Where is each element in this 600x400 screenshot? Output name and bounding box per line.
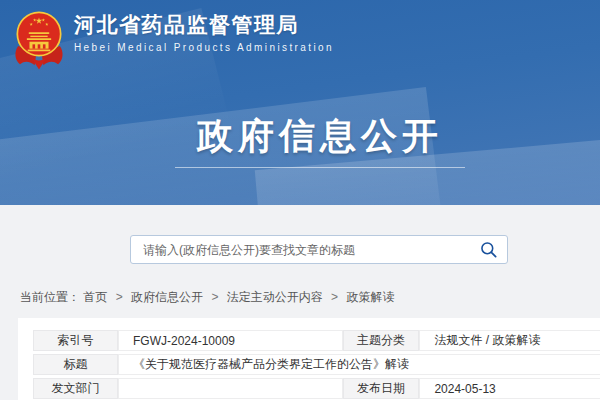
category-label: 主题分类 <box>343 330 420 351</box>
index-number-label: 索引号 <box>33 330 118 351</box>
breadcrumb-policy-interpretation[interactable]: 政策解读 <box>346 290 394 304</box>
site-title: 河北省药品监督管理局 <box>74 12 334 38</box>
hero-banner: 河北省药品监督管理局 Hebei Medical Products Admini… <box>0 0 600 205</box>
search-input[interactable] <box>131 236 469 263</box>
breadcrumb-separator: > <box>211 290 218 304</box>
department-value <box>118 378 343 399</box>
document-info-card: 索引号 FGWJ-2024-10009 主题分类 法规文件 / 政策解读 标题 … <box>18 318 600 400</box>
title-value: 《关于规范医疗器械产品分类界定工作的公告》解读 <box>118 354 600 375</box>
site-title-block: 河北省药品监督管理局 Hebei Medical Products Admini… <box>74 7 334 73</box>
title-underline <box>175 167 465 168</box>
breadcrumb-home[interactable]: 首页 <box>83 290 107 304</box>
breadcrumb-statutory-content[interactable]: 法定主动公开内容 <box>227 290 323 304</box>
site-title-english: Hebei Medical Products Administration <box>74 42 334 53</box>
page: 河北省药品监督管理局 Hebei Medical Products Admini… <box>0 0 600 400</box>
breadcrumb-info-disclosure[interactable]: 政府信息公开 <box>131 290 203 304</box>
breadcrumb-separator: > <box>116 290 123 304</box>
title-label: 标题 <box>33 354 118 375</box>
search-icon <box>479 240 498 259</box>
breadcrumb-label: 当前位置： <box>20 290 80 304</box>
document-info-table: 索引号 FGWJ-2024-10009 主题分类 法规文件 / 政策解读 标题 … <box>33 327 600 400</box>
table-row: 索引号 FGWJ-2024-10009 主题分类 法规文件 / 政策解读 <box>33 330 600 351</box>
index-number-value: FGWJ-2024-10009 <box>118 330 343 351</box>
publish-date-value: 2024-05-13 <box>419 378 600 399</box>
category-value: 法规文件 / 政策解读 <box>419 330 600 351</box>
breadcrumb: 当前位置： 首页 > 政府信息公开 > 法定主动公开内容 > 政策解读 <box>20 289 394 306</box>
search-box <box>130 235 508 264</box>
breadcrumb-separator: > <box>331 290 338 304</box>
table-row: 标题 《关于规范医疗器械产品分类界定工作的公告》解读 <box>33 354 600 375</box>
site-brand[interactable]: 河北省药品监督管理局 Hebei Medical Products Admini… <box>13 7 334 73</box>
page-title: 政府信息公开 <box>197 112 443 161</box>
department-label: 发文部门 <box>33 378 118 399</box>
table-row: 发文部门 发布日期 2024-05-13 <box>33 378 600 399</box>
publish-date-label: 发布日期 <box>343 378 420 399</box>
national-emblem-icon <box>13 7 65 73</box>
search-button[interactable] <box>469 236 507 263</box>
